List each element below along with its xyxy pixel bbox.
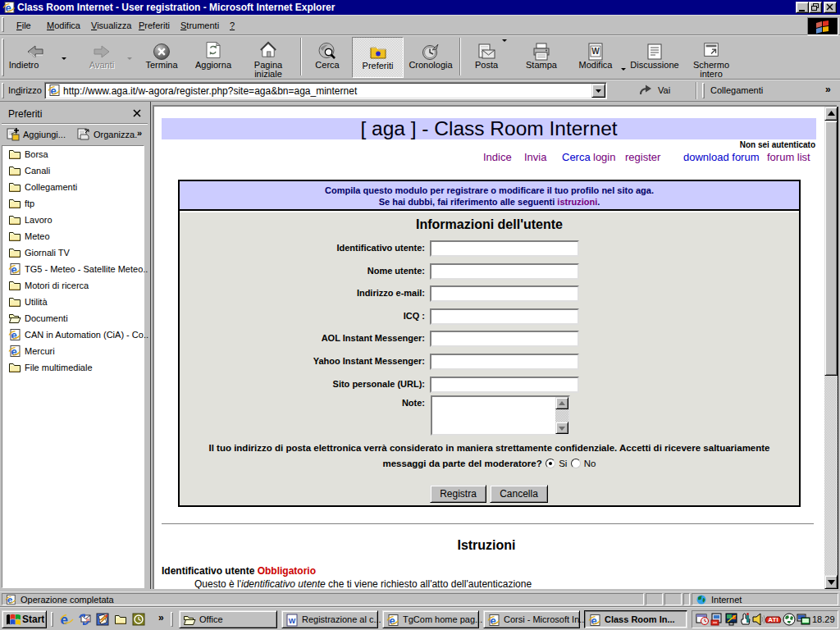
svg-text:W: W [289, 617, 296, 625]
svg-text:ATI: ATI [768, 616, 778, 623]
svg-text:W: W [591, 47, 600, 56]
